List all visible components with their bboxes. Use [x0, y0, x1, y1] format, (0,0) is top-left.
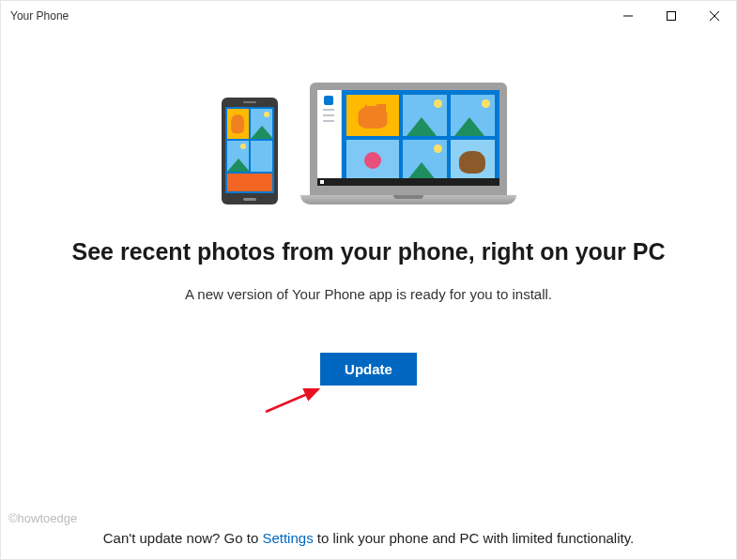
laptop-illustration [300, 83, 516, 204]
maximize-icon [667, 11, 676, 21]
hero-illustration [1, 83, 736, 204]
laptop-tile-mountain3 [403, 140, 447, 181]
close-button[interactable] [693, 1, 736, 31]
minimize-icon [623, 11, 633, 21]
update-button[interactable]: Update [320, 353, 417, 386]
laptop-tile-mountain [403, 95, 447, 136]
laptop-sidebar [317, 90, 342, 186]
phone-tile-mountain2 [227, 141, 249, 171]
footer: Can't update now? Go to Settings to link… [1, 530, 736, 546]
minimize-button[interactable] [606, 1, 650, 31]
laptop-tile-bear [451, 140, 495, 181]
laptop-tile-mountain2 [451, 95, 495, 136]
headline: See recent photos from your phone, right… [38, 238, 699, 265]
svg-rect-1 [668, 12, 676, 21]
phone-illustration [222, 98, 278, 204]
svg-line-4 [266, 389, 318, 412]
settings-link[interactable]: Settings [262, 530, 313, 546]
laptop-base [300, 195, 516, 204]
laptop-screen [310, 83, 507, 195]
annotation-arrow [262, 384, 328, 416]
laptop-tile-flower [346, 140, 399, 181]
main-content: See recent photos from your phone, right… [1, 31, 736, 386]
phone-tile-cat [227, 109, 249, 139]
phone-tile-mountain [251, 109, 272, 139]
watermark: ©howtoedge [8, 511, 77, 525]
footer-suffix: to link your phone and PC with limited f… [314, 530, 635, 546]
subtext: A new version of Your Phone app is ready… [1, 286, 736, 302]
phone-screen [225, 107, 274, 193]
phone-tile-orange [227, 174, 272, 191]
close-icon [710, 11, 719, 21]
laptop-photo-grid [342, 90, 499, 186]
phone-tile-sky [251, 141, 272, 171]
footer-prefix: Can't update now? Go to [103, 530, 263, 546]
titlebar: Your Phone [1, 1, 736, 31]
maximize-button[interactable] [650, 1, 693, 31]
laptop-tile-cat [346, 95, 399, 136]
laptop-taskbar [317, 178, 499, 186]
window-title: Your Phone [10, 9, 69, 23]
window-controls [606, 1, 736, 31]
